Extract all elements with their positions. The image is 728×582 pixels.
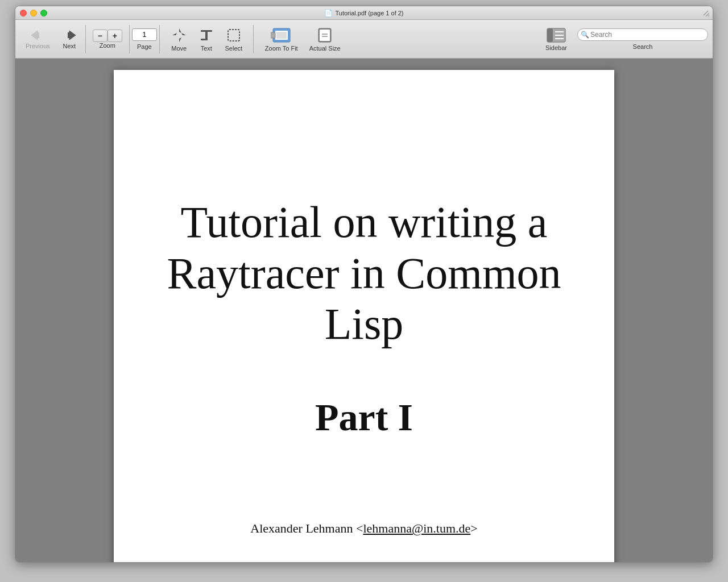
zoom-group: − + Zoom	[88, 27, 127, 51]
search-input[interactable]	[577, 28, 708, 41]
select-tool-button[interactable]: Select	[221, 26, 246, 53]
move-tool-button[interactable]: Move	[167, 26, 192, 53]
sidebar-icon	[546, 27, 566, 43]
zoom-to-fit-button[interactable]: Zoom To Fit	[260, 26, 303, 53]
pdf-subtitle: Part I	[315, 395, 413, 440]
svg-rect-11	[228, 30, 239, 41]
search-icon: 🔍	[581, 31, 589, 39]
maximize-button[interactable]	[40, 10, 47, 16]
svg-marker-4	[179, 28, 181, 35]
page-group: Page	[132, 28, 157, 50]
prev-arrow-icon	[30, 29, 46, 41]
pdf-icon: 📄	[324, 9, 333, 17]
svg-rect-17	[320, 30, 330, 41]
svg-marker-5	[179, 35, 181, 42]
window-title: 📄 Tutorial.pdf (page 1 of 2)	[324, 9, 403, 17]
svg-rect-14	[276, 32, 287, 39]
svg-rect-1	[38, 32, 39, 38]
zoom-out-button[interactable]: −	[93, 30, 107, 42]
previous-button[interactable]: Previous	[20, 27, 56, 52]
search-group: 🔍 Search	[577, 28, 708, 50]
svg-rect-10	[201, 39, 205, 40]
pdf-content: Tutorial on writing a Raytracer in Commo…	[148, 115, 580, 521]
text-tool-button[interactable]: Text	[194, 26, 219, 53]
pdf-title: Tutorial on writing a Raytracer in Commo…	[167, 197, 561, 350]
close-button[interactable]	[20, 10, 27, 16]
pdf-page: Tutorial on writing a Raytracer in Commo…	[114, 70, 614, 562]
select-icon	[225, 27, 243, 44]
zoom-controls: − +	[93, 30, 122, 42]
svg-marker-0	[31, 31, 38, 40]
svg-rect-15	[271, 32, 275, 38]
divider-1	[85, 25, 86, 53]
svg-marker-7	[179, 33, 186, 35]
next-button[interactable]: Next	[56, 27, 83, 52]
page-input[interactable]	[132, 28, 157, 41]
search-input-wrap: 🔍	[577, 28, 708, 41]
main-window: 📄 Tutorial.pdf (page 1 of 2) Previous	[15, 6, 713, 563]
svg-marker-6	[172, 33, 179, 35]
pdf-email-link[interactable]: lehmanna@in.tum.de	[363, 521, 470, 535]
pdf-author: Alexander Lehmann <lehmanna@in.tum.de>	[250, 521, 477, 536]
resize-icon	[702, 10, 709, 16]
content-area: Tutorial on writing a Raytracer in Commo…	[15, 59, 713, 562]
divider-4	[253, 25, 254, 53]
minimize-button[interactable]	[30, 10, 37, 16]
zoom-to-fit-icon	[270, 27, 293, 44]
svg-rect-21	[547, 28, 553, 42]
text-icon	[197, 27, 216, 44]
next-arrow-icon	[61, 29, 77, 41]
tool-group: Move Text Select	[162, 23, 251, 55]
toolbar: Previous Next − + Zoom Page	[15, 20, 713, 59]
move-icon	[170, 27, 188, 44]
svg-rect-9	[205, 30, 208, 40]
svg-marker-3	[69, 31, 76, 40]
actual-size-icon	[313, 27, 336, 44]
divider-3	[159, 25, 160, 53]
titlebar: 📄 Tutorial.pdf (page 1 of 2)	[15, 6, 713, 20]
view-tools-group: Zoom To Fit Actual Size	[256, 23, 350, 55]
sidebar-button[interactable]: Sidebar	[540, 25, 573, 53]
divider-2	[129, 25, 130, 53]
zoom-in-button[interactable]: +	[107, 30, 122, 42]
actual-size-button[interactable]: Actual Size	[305, 26, 345, 53]
window-buttons	[20, 10, 47, 16]
